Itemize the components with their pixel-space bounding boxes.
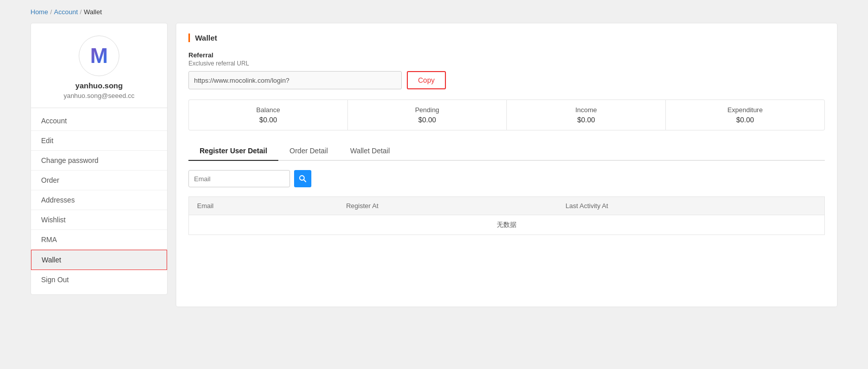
search-icon [299,175,307,183]
tab-0[interactable]: Register User Detail [188,142,278,161]
sidebar: M yanhuo.song yanhuo.song@seeed.cc Accou… [30,23,168,295]
stat-cell-2: Income$0.00 [507,100,666,130]
main-panel: Wallet Referral Exclusive referral URL C… [176,23,838,307]
sidebar-item-addresses[interactable]: Addresses [31,190,167,210]
stat-cell-0: Balance$0.00 [189,100,348,130]
breadcrumb-sep1: / [50,8,52,16]
sidebar-link-rma[interactable]: RMA [31,230,167,249]
sidebar-nav: AccountEditChange passwordOrderAddresses… [31,111,167,289]
stat-label-0: Balance [193,106,343,114]
tabs-row: Register User DetailOrder DetailWallet D… [188,142,825,161]
stats-row: Balance$0.00Pending$0.00Income$0.00Expen… [188,99,825,130]
search-row [188,170,825,187]
avatar: M [79,36,119,76]
svg-line-1 [304,180,306,182]
sidebar-item-wishlist[interactable]: Wishlist [31,210,167,230]
sidebar-item-sign-out[interactable]: Sign Out [31,270,167,289]
sidebar-link-addresses[interactable]: Addresses [31,190,167,210]
sidebar-item-order[interactable]: Order [31,171,167,190]
referral-section: Referral Exclusive referral URL Copy [188,51,825,89]
search-button[interactable] [294,170,311,187]
table-col-0: Email [189,197,338,215]
stat-value-0: $0.00 [193,116,343,124]
stat-label-1: Pending [352,106,502,114]
stat-value-3: $0.00 [670,116,820,124]
stat-cell-1: Pending$0.00 [348,100,507,130]
breadcrumb-home[interactable]: Home [30,8,48,16]
sidebar-item-edit[interactable]: Edit [31,131,167,151]
no-data-cell: 无数据 [189,215,825,235]
sidebar-link-account[interactable]: Account [31,111,167,130]
sidebar-item-wallet[interactable]: Wallet [31,250,167,270]
sidebar-link-change-password[interactable]: Change password [31,151,167,170]
table-col-1: Register At [338,197,557,215]
copy-button[interactable]: Copy [407,71,446,89]
referral-input-row: Copy [188,71,825,89]
username: yanhuo.song [75,81,122,90]
stat-cell-3: Expenditure$0.00 [666,100,824,130]
sidebar-link-order[interactable]: Order [31,171,167,190]
sidebar-item-account[interactable]: Account [31,111,167,131]
panel-title: Wallet [188,33,825,42]
avatar-letter: M [90,45,108,66]
data-table: EmailRegister AtLast Activity At 无数据 [188,196,825,235]
breadcrumb-current: Wallet [84,8,102,16]
stat-value-2: $0.00 [511,116,661,124]
breadcrumb: Home / Account / Wallet [30,8,838,16]
sidebar-link-wallet[interactable]: Wallet [31,250,167,270]
breadcrumb-sep2: / [80,8,82,16]
sidebar-item-rma[interactable]: RMA [31,230,167,250]
sidebar-link-edit[interactable]: Edit [31,131,167,150]
page-wrapper: Home / Account / Wallet M yanhuo.song ya… [0,0,868,315]
sidebar-link-sign-out[interactable]: Sign Out [31,270,167,289]
stat-label-2: Income [511,106,661,114]
user-email: yanhuo.song@seeed.cc [63,92,135,99]
table-col-2: Last Activity At [558,197,825,215]
sidebar-item-change-password[interactable]: Change password [31,151,167,171]
referral-sublabel: Exclusive referral URL [188,60,825,67]
referral-url-input[interactable] [188,71,402,89]
email-search-input[interactable] [188,170,290,187]
main-content: M yanhuo.song yanhuo.song@seeed.cc Accou… [30,23,838,307]
tab-2[interactable]: Wallet Detail [339,142,401,161]
stat-value-1: $0.00 [352,116,502,124]
sidebar-link-wishlist[interactable]: Wishlist [31,210,167,229]
referral-label: Referral [188,51,825,59]
stat-label-3: Expenditure [670,106,820,114]
tab-1[interactable]: Order Detail [278,142,339,161]
breadcrumb-account[interactable]: Account [54,8,78,16]
sidebar-profile: M yanhuo.song yanhuo.song@seeed.cc [31,23,167,108]
